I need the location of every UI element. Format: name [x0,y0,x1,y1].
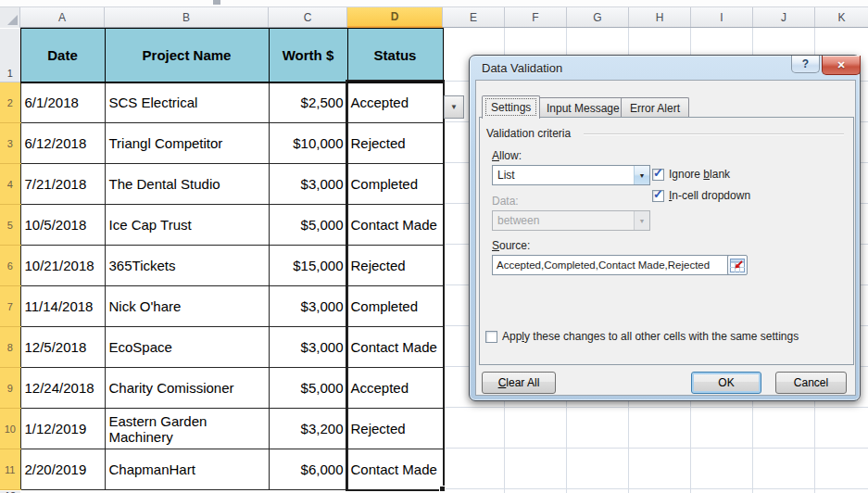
cell-worth[interactable]: $5,000 [269,368,347,409]
col-header-c[interactable]: C [269,7,347,27]
col-header-d-selected[interactable]: D [347,7,443,28]
header-cell-status[interactable]: Status [347,29,443,82]
source-label: Source: [492,239,530,252]
cell-worth[interactable]: $2,500 [269,82,347,123]
row-header[interactable]: 10 [0,409,20,449]
cell-date[interactable]: 6/1/2018 [20,82,105,123]
cell-date[interactable]: 2/20/2019 [20,449,105,490]
table-row: 4 7/21/2018 The Dental Studio $3,000 Com… [0,164,443,205]
help-button[interactable]: ? [791,56,820,73]
cell-project[interactable]: Nick O'hare [105,286,269,327]
tab-input-message[interactable]: Input Message [537,97,629,118]
column-divider-tick [213,0,220,5]
cell-status[interactable]: Completed [347,286,443,327]
cell-worth[interactable]: $10,000 [269,123,347,164]
checkbox-checked-icon[interactable]: ✓ [652,169,664,181]
cell-status[interactable]: Rejected [347,409,443,449]
cell-date[interactable]: 6/12/2018 [20,123,105,164]
clear-all-button[interactable]: Clear All [482,372,556,394]
table-row: 6 10/21/2018 365Tickets $15,000 Rejected [0,246,443,286]
header-cell-worth[interactable]: Worth $ [269,29,347,82]
in-cell-dropdown-button[interactable]: ▼ [444,95,464,119]
close-icon: ✕ [837,59,845,71]
row-header[interactable]: 3 [0,123,20,164]
col-header-i[interactable]: I [691,7,753,27]
row-header[interactable]: 9 [0,368,20,409]
cell-status[interactable]: Contact Made [347,327,443,368]
incell-dropdown-label: In-cell dropdown [669,189,750,202]
cell-status[interactable]: Completed [347,164,443,205]
col-header-e[interactable]: E [443,7,505,27]
cell-status[interactable]: Rejected [347,246,443,286]
data-label: Data: [492,195,519,208]
cell-project[interactable]: The Dental Studio [105,164,269,205]
cell-status[interactable]: Accepted [347,368,443,409]
tab-settings[interactable]: Settings [482,95,540,119]
header-cell-date[interactable]: Date [20,29,105,82]
cancel-button[interactable]: Cancel [775,372,847,394]
ok-button[interactable]: OK [691,372,761,394]
select-all-triangle-icon [7,15,18,25]
range-selector-icon [730,259,745,272]
cell-project[interactable]: Charity Comissioner [105,368,269,409]
cell-date[interactable]: 11/14/2018 [20,286,105,327]
select-all-corner[interactable] [0,7,20,28]
cell-status[interactable]: Contact Made [347,205,443,246]
tab-error-alert[interactable]: Error Alert [621,97,689,118]
cell-worth[interactable]: $3,000 [269,286,347,327]
col-header-j[interactable]: J [753,7,815,27]
cell-project[interactable]: ChapmanHart [105,449,269,490]
cell-date[interactable]: 12/5/2018 [20,327,105,368]
cell-project[interactable]: Triangl Competitor [105,123,269,164]
cell-worth[interactable]: $6,000 [269,449,347,490]
cell-date[interactable]: 1/12/2019 [20,409,105,449]
cell-date[interactable]: 10/5/2018 [20,205,105,246]
allow-value: List [493,169,634,182]
row-header[interactable]: 8 [0,327,20,368]
col-header-a[interactable]: A [20,7,105,27]
chevron-down-icon[interactable]: ▼ [634,166,649,184]
row-header-1[interactable]: 1 [0,29,20,82]
close-button[interactable]: ✕ [822,56,861,75]
cell-worth[interactable]: $5,000 [269,205,347,246]
cell-date[interactable]: 10/21/2018 [20,246,105,286]
cell-status[interactable]: Accepted [347,82,443,123]
ignore-blank-checkbox[interactable]: ✓ Ignore blank [652,168,730,181]
cell-project[interactable]: Ice Cap Trust [105,205,269,246]
col-header-k[interactable]: K [815,7,868,27]
cell-project[interactable]: SCS Electrical [105,82,269,123]
apply-changes-checkbox[interactable]: Apply these changes to all other cells w… [485,330,799,343]
source-value: Accepted,Completed,Contact Made,Rejected [497,259,710,271]
source-input[interactable]: Accepted,Completed,Contact Made,Rejected [492,255,729,275]
col-header-b[interactable]: B [105,7,269,27]
row-header[interactable]: 4 [0,164,20,205]
cell-worth[interactable]: $3,000 [269,327,347,368]
header-cell-project-name[interactable]: Project Name [105,29,269,82]
row-header[interactable]: 11 [0,449,20,490]
cell-project[interactable]: EcoSpace [105,327,269,368]
row-header[interactable]: 5 [0,205,20,246]
incell-dropdown-checkbox[interactable]: ✓ In-cell dropdown [652,189,750,202]
cell-date[interactable]: 7/21/2018 [20,164,105,205]
col-header-h[interactable]: H [629,7,691,27]
row-header[interactable]: 6 [0,246,20,286]
cell-worth[interactable]: $3,000 [269,164,347,205]
ignore-blank-label: Ignore blank [669,168,730,181]
cell-date[interactable]: 12/24/2018 [20,368,105,409]
table-row: 8 12/5/2018 EcoSpace $3,000 Contact Made [0,327,443,368]
checkbox-unchecked-icon[interactable] [485,331,497,343]
cell-status[interactable]: Rejected [347,123,443,164]
row-header[interactable]: 7 [0,286,20,327]
fill-handle[interactable] [439,486,446,492]
col-header-g[interactable]: G [567,7,629,27]
row-header[interactable]: 2 [0,82,20,123]
cell-project[interactable]: 365Tickets [105,246,269,286]
col-header-f[interactable]: F [505,7,567,27]
checkbox-checked-icon[interactable]: ✓ [652,190,664,202]
cell-project[interactable]: Eastern Garden Machinery [105,409,269,449]
allow-dropdown[interactable]: List ▼ [492,165,650,185]
collapse-dialog-button[interactable] [727,255,748,275]
cell-status[interactable]: Contact Made [347,449,443,490]
cell-worth[interactable]: $15,000 [269,246,347,286]
cell-worth[interactable]: $3,200 [269,409,347,449]
